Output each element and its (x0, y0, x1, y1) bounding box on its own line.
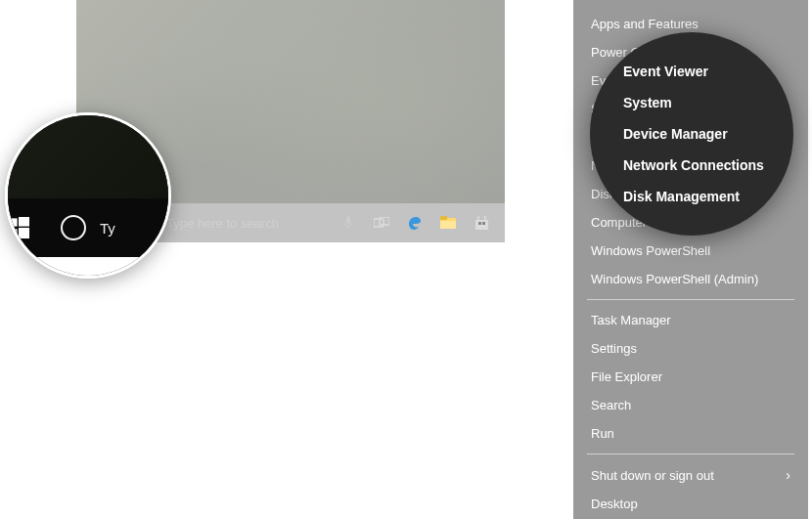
windows-logo-icon (8, 217, 29, 238)
task-view-icon[interactable] (368, 203, 395, 242)
menu-item-label: Windows PowerShell (591, 243, 710, 258)
menu-item-label: Disk Management (623, 189, 740, 204)
svg-rect-12 (478, 222, 481, 225)
microphone-icon[interactable] (335, 203, 362, 242)
menu-divider (587, 299, 794, 300)
store-icon[interactable] (468, 203, 495, 242)
menu-item-label: Search (591, 398, 631, 412)
menu-item-run[interactable]: Run (573, 419, 808, 448)
cortana-button-zoomed[interactable] (49, 198, 98, 257)
menu-item-label: System (623, 95, 672, 110)
svg-rect-4 (346, 216, 350, 224)
menu-item-windows-powershell-admin[interactable]: Windows PowerShell (Admin) (573, 265, 808, 293)
menu-item-label: Settings (591, 341, 637, 356)
file-explorer-icon[interactable] (434, 203, 462, 242)
menu-item-label: Run (591, 426, 614, 441)
menu-item-event-viewer-zoomed[interactable]: Event Viewer (590, 56, 793, 87)
menu-item-settings[interactable]: Settings (573, 334, 808, 363)
menu-item-shut-down[interactable]: Shut down or sign out › (573, 460, 808, 490)
menu-item-device-manager-zoomed[interactable]: Device Manager (590, 118, 793, 150)
menu-item-desktop[interactable]: Desktop (573, 490, 808, 518)
chevron-right-icon: › (786, 467, 790, 483)
svg-rect-7 (380, 217, 389, 225)
svg-rect-17 (19, 228, 29, 238)
menu-item-network-connections-zoomed[interactable]: Network Connections (590, 150, 793, 181)
menu-item-file-explorer[interactable]: File Explorer (573, 363, 808, 391)
magnifier-start-button: Ty (5, 112, 171, 279)
search-placeholder: Type here to search (166, 216, 279, 231)
svg-rect-14 (8, 218, 18, 226)
menu-item-label: Task Manager (591, 313, 671, 327)
menu-item-task-manager[interactable]: Task Manager (573, 306, 808, 334)
menu-item-label: Shut down or sign out (591, 468, 714, 483)
search-input[interactable]: Type here to search (162, 203, 279, 242)
edge-icon[interactable] (401, 203, 429, 242)
svg-rect-10 (440, 221, 456, 229)
search-placeholder-fragment: Ty (98, 220, 115, 237)
menu-item-system-zoomed[interactable]: System (590, 87, 793, 118)
svg-rect-16 (8, 229, 18, 237)
menu-item-label: File Explorer (591, 369, 662, 384)
menu-item-windows-powershell[interactable]: Windows PowerShell (573, 237, 808, 265)
menu-item-label: Event Viewer (623, 64, 708, 79)
menu-item-label: Network Connections (623, 157, 764, 173)
svg-rect-9 (440, 216, 447, 220)
svg-rect-15 (19, 217, 29, 227)
menu-item-label: Desktop (591, 497, 638, 511)
svg-rect-6 (374, 219, 383, 227)
menu-item-label: Apps and Features (591, 17, 699, 31)
svg-rect-13 (482, 222, 485, 225)
menu-item-label: Windows PowerShell (Admin) (591, 272, 758, 286)
menu-divider (587, 454, 794, 454)
svg-rect-11 (475, 220, 488, 230)
cortana-icon (61, 215, 86, 240)
taskbar-pinned-apps (335, 203, 505, 242)
magnifier-menu-zoom: Event Viewer System Device Manager Netwo… (590, 32, 793, 236)
menu-item-search[interactable]: Search (573, 391, 808, 419)
start-button-zoomed[interactable] (5, 198, 49, 257)
menu-item-label: Device Manager (623, 126, 728, 142)
